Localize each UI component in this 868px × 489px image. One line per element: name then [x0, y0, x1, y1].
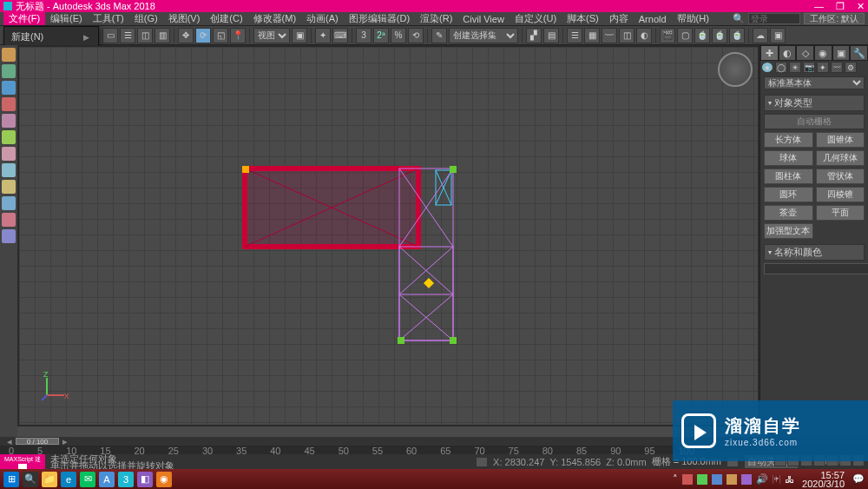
- tool-icon[interactable]: [2, 81, 16, 95]
- move-icon[interactable]: ✥: [178, 28, 194, 43]
- create-object-button[interactable]: 圆锥体: [816, 132, 865, 148]
- maxscript-listener[interactable]: MAXScript 迷: [0, 454, 45, 469]
- create-object-button[interactable]: 几何球体: [816, 150, 865, 166]
- open-a360-icon[interactable]: ▣: [770, 28, 786, 43]
- shapes-subtab-icon[interactable]: ◯: [775, 62, 787, 73]
- tool-icon[interactable]: [2, 196, 16, 210]
- select-region-icon[interactable]: ◫: [137, 28, 153, 43]
- named-selection-dropdown[interactable]: 创建选择集: [449, 28, 518, 43]
- 3dsmax-task-icon[interactable]: 3: [118, 472, 134, 487]
- motion-tab-icon[interactable]: ◉: [814, 45, 832, 61]
- close-icon[interactable]: ✕: [857, 1, 865, 12]
- menu-animation[interactable]: 动画(A): [301, 12, 344, 25]
- menu-views[interactable]: 视图(V): [163, 12, 206, 25]
- scale-icon[interactable]: ◱: [213, 28, 228, 43]
- geometry-subtab-icon[interactable]: ●: [761, 62, 773, 73]
- create-object-button[interactable]: 管状体: [816, 169, 865, 184]
- ime-icon[interactable]: 🀄︎: [773, 473, 780, 485]
- tray-chevron-icon[interactable]: ˄: [673, 473, 678, 485]
- create-object-button[interactable]: 茶壶: [764, 205, 813, 221]
- snap-toggle-icon[interactable]: 3: [356, 28, 372, 43]
- angle-snap-icon[interactable]: 2ᵃ: [373, 28, 389, 43]
- create-object-button[interactable]: 球体: [764, 150, 813, 166]
- create-tab-icon[interactable]: ✚: [760, 45, 779, 61]
- create-object-button[interactable]: 平面: [816, 205, 865, 221]
- volume-icon[interactable]: 🔊: [756, 473, 768, 485]
- app-icon[interactable]: ◧: [137, 472, 153, 487]
- tool-icon[interactable]: [2, 180, 16, 194]
- align-icon[interactable]: ▤: [543, 28, 559, 43]
- task-search-icon[interactable]: 🔍: [23, 472, 38, 487]
- tray-icon[interactable]: [697, 474, 707, 485]
- ref-coord-dropdown[interactable]: 视图: [253, 28, 290, 43]
- category-dropdown[interactable]: 标准基本体: [764, 76, 865, 89]
- clock[interactable]: 15:57 2020/3/10: [799, 471, 848, 488]
- schematic-view-icon[interactable]: ◫: [619, 28, 635, 43]
- rendered-frame-icon[interactable]: ▢: [677, 28, 693, 43]
- viewcube[interactable]: [718, 52, 753, 87]
- placement-icon[interactable]: 📍: [230, 28, 246, 43]
- tool-icon[interactable]: [2, 114, 16, 128]
- window-crossing-icon[interactable]: ▥: [155, 28, 170, 43]
- menu-scripting[interactable]: 脚本(S): [562, 12, 604, 25]
- menu-modifiers[interactable]: 修改器(M): [248, 12, 302, 25]
- lights-subtab-icon[interactable]: ☀: [789, 62, 801, 73]
- menu-civilview[interactable]: Civil View: [457, 14, 509, 24]
- select-icon[interactable]: ▭: [102, 28, 118, 43]
- cameras-subtab-icon[interactable]: 📷: [803, 62, 815, 73]
- tray-icon[interactable]: [682, 474, 693, 485]
- viewport[interactable]: z x: [17, 45, 760, 426]
- toggle-ribbon-icon[interactable]: ▦: [584, 28, 600, 43]
- keyboard-shortcut-icon[interactable]: ⌨: [332, 28, 348, 43]
- display-tab-icon[interactable]: ▣: [832, 45, 851, 61]
- select-name-icon[interactable]: ☰: [120, 28, 135, 43]
- create-object-button[interactable]: 圆柱体: [764, 169, 813, 184]
- create-object-button[interactable]: 长方体: [764, 132, 813, 148]
- spinner-snap-icon[interactable]: ⟲: [408, 28, 424, 43]
- render-online-icon[interactable]: ☁: [753, 28, 768, 43]
- menu-file[interactable]: 文件(F): [3, 12, 45, 25]
- render-iterative-icon[interactable]: 🍵: [712, 28, 727, 43]
- percent-snap-icon[interactable]: %: [391, 28, 406, 43]
- menu-edit[interactable]: 编辑(E): [45, 12, 88, 25]
- network-icon[interactable]: 🖧: [785, 474, 794, 485]
- modify-tab-icon[interactable]: ◐: [779, 45, 797, 61]
- app-icon[interactable]: A: [99, 472, 115, 487]
- lock-selection-icon[interactable]: [476, 457, 488, 467]
- tool-icon[interactable]: [2, 48, 16, 62]
- hierarchy-tab-icon[interactable]: ◇: [796, 45, 814, 61]
- render-production-icon[interactable]: 🍵: [694, 28, 710, 43]
- layer-explorer-icon[interactable]: ☰: [567, 28, 582, 43]
- menu-create[interactable]: 创建(C): [205, 12, 247, 25]
- use-center-icon[interactable]: ▣: [292, 28, 307, 43]
- utilities-tab-icon[interactable]: 🔧: [850, 45, 868, 61]
- file-explorer-icon[interactable]: 📁: [42, 472, 57, 487]
- tool-icon[interactable]: [2, 163, 16, 177]
- create-object-button[interactable]: 四棱锥: [816, 187, 865, 202]
- select-manipulate-icon[interactable]: ✦: [315, 28, 331, 43]
- search-icon[interactable]: 🔍: [733, 13, 745, 24]
- systems-subtab-icon[interactable]: ⚙: [845, 62, 857, 73]
- helpers-subtab-icon[interactable]: ✦: [817, 62, 829, 73]
- time-slider-handle[interactable]: 0 / 100: [16, 438, 59, 445]
- tool-icon[interactable]: [2, 213, 16, 227]
- autogrid-checkbox[interactable]: 自动栅格: [764, 114, 865, 129]
- maximize-icon[interactable]: ❐: [836, 1, 845, 12]
- signin-input[interactable]: [748, 13, 800, 24]
- material-editor-icon[interactable]: ◐: [636, 28, 652, 43]
- curve-editor-icon[interactable]: 〰: [602, 28, 617, 43]
- notifications-icon[interactable]: 💬: [852, 473, 865, 485]
- rotate-icon[interactable]: ⟳: [195, 28, 211, 43]
- tray-icon[interactable]: [712, 474, 722, 485]
- menu-tools[interactable]: 工具(T): [88, 12, 129, 25]
- tray-icon[interactable]: [727, 474, 737, 485]
- menu-content[interactable]: 内容: [604, 12, 634, 25]
- render-setup-icon[interactable]: 🎬: [660, 28, 675, 43]
- menu-customize[interactable]: 自定义(U): [510, 12, 562, 25]
- menu-rendering[interactable]: 渲染(R): [415, 12, 457, 25]
- object-name-input[interactable]: [764, 263, 868, 274]
- spacewarps-subtab-icon[interactable]: 〰: [831, 62, 843, 73]
- edit-selection-set-icon[interactable]: ✎: [431, 28, 447, 43]
- edge-icon[interactable]: e: [61, 472, 76, 487]
- start-button-icon[interactable]: ⊞: [3, 472, 19, 487]
